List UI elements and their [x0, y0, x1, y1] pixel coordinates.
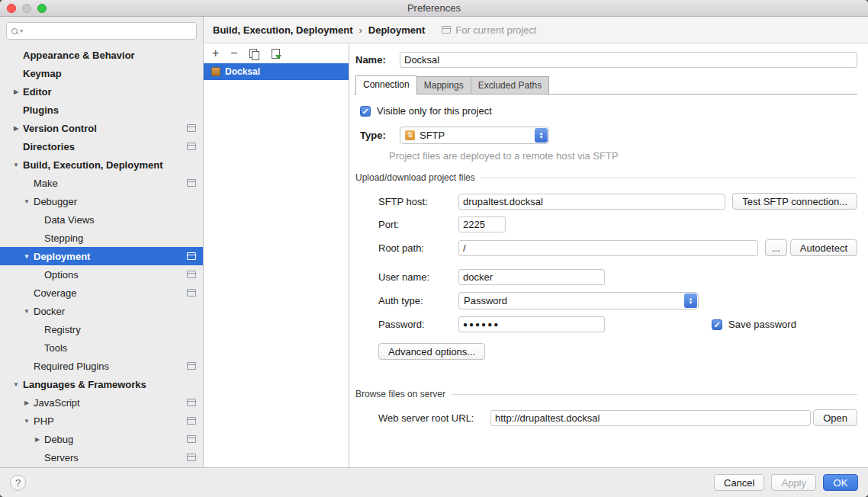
sidebar-item-php[interactable]: ▼PHP: [0, 412, 203, 430]
breadcrumb: Build, Execution, Deployment › Deploymen…: [204, 17, 868, 43]
current-project-icon: [187, 124, 196, 132]
server-list-item-docksal[interactable]: Docksal: [204, 63, 349, 80]
name-row: Name:: [355, 52, 857, 68]
password-row: Password: ✓ Save password: [355, 316, 857, 332]
root-path-input[interactable]: [458, 240, 758, 256]
sidebar-item-directories[interactable]: Directories: [0, 137, 203, 156]
breadcrumb-item-deployment[interactable]: Deployment: [368, 24, 425, 36]
sidebar-item-deployment[interactable]: ▼Deployment: [0, 247, 203, 265]
chevron-down-icon[interactable]: ▼: [9, 381, 23, 388]
cancel-button[interactable]: Cancel: [714, 474, 764, 491]
sidebar-item-label: Make: [34, 178, 58, 189]
password-input[interactable]: [458, 316, 605, 332]
window-title: Preferences: [407, 2, 461, 14]
browse-root-path-button[interactable]: ...: [765, 239, 787, 256]
tab-mappings[interactable]: Mappings: [416, 76, 471, 94]
visible-only-checkbox[interactable]: ✓: [360, 106, 371, 117]
sidebar-item-required-plugins[interactable]: Required Plugins: [0, 357, 203, 375]
current-project-icon: [187, 417, 196, 425]
chevron-right-icon[interactable]: ▶: [31, 436, 44, 443]
add-icon[interactable]: +: [212, 47, 219, 59]
chevron-down-icon[interactable]: ▼: [9, 162, 23, 168]
chevron-right-icon[interactable]: ▶: [20, 399, 34, 406]
content-area: Build, Execution, Deployment › Deploymen…: [204, 17, 868, 467]
servers-toolbar: + −: [204, 43, 349, 63]
upload-section-header: Upload/download project files: [355, 172, 857, 183]
user-name-input[interactable]: [458, 269, 605, 285]
sidebar-item-label: Keymap: [23, 68, 62, 79]
chevron-down-icon[interactable]: ▼: [20, 308, 34, 315]
remove-icon[interactable]: −: [230, 47, 237, 59]
help-button[interactable]: ?: [10, 475, 26, 491]
sidebar-item-label: Editor: [23, 86, 52, 98]
sidebar-item-build-execution-deployment[interactable]: ▼Build, Execution, Deployment: [0, 156, 203, 174]
sidebar-item-keymap[interactable]: Keymap: [0, 64, 203, 82]
minimize-window-button[interactable]: [22, 4, 31, 13]
type-select[interactable]: SFTP ▲▼: [400, 127, 549, 144]
sidebar-item-debugger[interactable]: ▼Debugger: [0, 192, 203, 210]
auth-type-select[interactable]: Password ▲▼: [458, 292, 699, 309]
close-window-button[interactable]: [7, 4, 16, 13]
sidebar-item-tools[interactable]: Tools: [0, 338, 203, 357]
open-button[interactable]: Open: [813, 409, 857, 426]
ok-button[interactable]: OK: [823, 474, 858, 491]
apply-button[interactable]: Apply: [771, 474, 816, 491]
current-project-icon: [187, 289, 196, 297]
import-icon[interactable]: [271, 49, 281, 59]
chevron-down-icon[interactable]: ▼: [20, 253, 34, 260]
advanced-options-button[interactable]: Advanced options...: [378, 343, 485, 360]
sidebar-item-label: Plugins: [23, 104, 59, 116]
chevron-right-icon[interactable]: ▶: [9, 125, 23, 132]
tab-connection[interactable]: Connection: [355, 75, 417, 95]
root-path-label: Root path:: [378, 242, 458, 254]
sidebar-item-make[interactable]: Make: [0, 174, 203, 192]
current-project-icon: [187, 143, 196, 150]
zoom-window-button[interactable]: [37, 4, 47, 13]
sidebar-item-label: Directories: [23, 141, 75, 152]
copy-icon[interactable]: [249, 49, 259, 59]
autodetect-button[interactable]: Autodetect: [790, 239, 857, 256]
sidebar-item-options[interactable]: Options: [0, 265, 203, 284]
servers-list: Docksal: [204, 63, 349, 467]
sidebar-item-docker[interactable]: ▼Docker: [0, 302, 203, 320]
settings-search-input[interactable]: ▾: [6, 22, 197, 40]
sidebar-item-debug[interactable]: ▶Debug: [0, 430, 203, 448]
tab-bar: ConnectionMappingsExcluded Paths: [354, 75, 857, 95]
sidebar-item-servers[interactable]: Servers: [0, 448, 203, 467]
name-input[interactable]: [400, 52, 857, 68]
sidebar-item-plugins[interactable]: Plugins: [0, 101, 203, 119]
sidebar-item-label: JavaScript: [34, 397, 80, 409]
dropdown-stepper-icon[interactable]: ▲▼: [684, 293, 697, 308]
save-password-checkbox[interactable]: ✓: [712, 319, 722, 330]
web-root-input[interactable]: [490, 410, 811, 426]
web-root-row: Web server root URL: Open: [355, 409, 857, 426]
footer: ? Cancel Apply OK: [0, 467, 868, 497]
sftp-host-input[interactable]: [458, 194, 725, 210]
sidebar-item-appearance-behavior[interactable]: Appearance & Behavior: [0, 46, 203, 64]
sidebar-item-data-views[interactable]: Data Views: [0, 210, 203, 229]
sidebar-item-coverage[interactable]: Coverage: [0, 284, 203, 302]
breadcrumb-item-build-execution-deployment[interactable]: Build, Execution, Deployment: [213, 24, 352, 36]
sidebar-item-editor[interactable]: ▶Editor: [0, 82, 203, 101]
tab-excluded-paths[interactable]: Excluded Paths: [471, 76, 549, 94]
sftp-type-icon: [405, 130, 415, 140]
chevron-down-icon[interactable]: ▼: [20, 418, 34, 425]
type-help-text: Project files are deployed to a remote h…: [389, 150, 857, 162]
sidebar-item-javascript[interactable]: ▶JavaScript: [0, 393, 203, 412]
sidebar-item-stepping[interactable]: Stepping: [0, 229, 203, 247]
test-sftp-connection-button[interactable]: Test SFTP connection...: [732, 193, 857, 210]
port-input[interactable]: [458, 216, 506, 232]
password-label: Password:: [378, 319, 458, 330]
sidebar-item-version-control[interactable]: ▶Version Control: [0, 119, 203, 137]
current-project-icon: [187, 179, 196, 187]
current-project-icon: [187, 399, 196, 406]
dropdown-stepper-icon[interactable]: ▲▼: [535, 128, 548, 143]
sidebar-item-registry[interactable]: Registry: [0, 320, 203, 338]
sidebar-item-languages-frameworks[interactable]: ▼Languages & Frameworks: [0, 375, 203, 393]
chevron-right-icon[interactable]: ▶: [9, 88, 23, 95]
auth-type-selected-value: Password: [464, 295, 507, 306]
type-row: Type: SFTP ▲▼: [360, 127, 857, 144]
chevron-down-icon[interactable]: ▼: [20, 198, 34, 205]
search-options-caret-icon[interactable]: ▾: [20, 28, 23, 34]
sidebar-item-label: Deployment: [34, 251, 90, 262]
